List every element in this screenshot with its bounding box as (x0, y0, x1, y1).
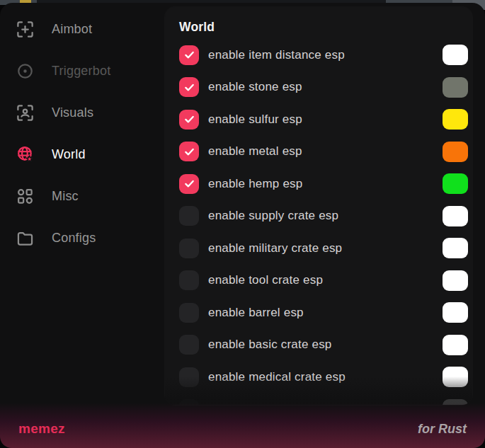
esp-checkbox[interactable] (179, 110, 199, 130)
sidebar-item-label: Visuals (52, 105, 93, 120)
esp-checkbox[interactable] (179, 239, 199, 258)
sidebar-item-misc[interactable]: Misc (16, 183, 165, 209)
esp-row-label: enable supply crate esp (208, 209, 338, 223)
page-title: World (179, 20, 468, 35)
esp-checkbox[interactable] (179, 270, 199, 290)
esp-color-swatch[interactable] (443, 302, 468, 323)
esp-checkbox[interactable] (179, 206, 199, 226)
esp-option-row: enable military crate esp (179, 232, 468, 265)
esp-color-swatch[interactable] (443, 335, 468, 355)
esp-row-label: enable military crate esp (208, 241, 342, 255)
esp-option-row: enable basic crate esp (179, 329, 468, 362)
esp-color-swatch[interactable] (443, 367, 468, 387)
sidebar-item-visuals[interactable]: Visuals (16, 99, 165, 126)
sidebar: Aimbot Triggerbot Visuals (0, 3, 165, 406)
aimbot-crosshair-icon (16, 20, 35, 39)
checkmark-icon (183, 145, 196, 159)
brand-name: memez (18, 421, 65, 437)
esp-row-label: enable sulfur esp (208, 113, 302, 127)
esp-row-label: enable basic crate esp (208, 338, 332, 352)
esp-row-label: enable barrel esp (208, 306, 304, 320)
esp-option-row: enable item distance esp (179, 39, 468, 71)
esp-checkbox[interactable] (179, 367, 199, 387)
sidebar-item-aimbot[interactable]: Aimbot (16, 16, 165, 42)
esp-row-label: enable tool crate esp (208, 273, 323, 287)
sidebar-item-label: World (52, 147, 86, 162)
esp-checkbox[interactable] (179, 303, 199, 323)
cheat-menu-window: Aimbot Triggerbot Visuals (0, 3, 485, 448)
esp-color-swatch[interactable] (443, 142, 468, 162)
esp-option-row: enable medical crate esp (179, 361, 468, 394)
esp-row-label: enable hemp esp (208, 177, 302, 191)
esp-option-row: enable supply crate esp (179, 200, 468, 233)
esp-checkbox[interactable] (179, 45, 199, 65)
esp-option-row: enable stone esp (179, 71, 468, 104)
footer-bar: memez for Rust (0, 403, 485, 448)
esp-color-swatch[interactable] (443, 45, 468, 65)
configs-folder-icon (16, 229, 35, 248)
esp-row-label: enable metal esp (208, 144, 302, 159)
esp-color-swatch[interactable] (443, 77, 468, 98)
sidebar-item-configs[interactable]: Configs (16, 224, 165, 251)
esp-option-row: enable sulfur esp (179, 103, 468, 136)
esp-row-label: enable stone esp (208, 80, 302, 94)
esp-option-row: enable tool crate esp (179, 265, 468, 297)
esp-color-swatch[interactable] (443, 109, 468, 130)
esp-row-label: enable medical crate esp (208, 370, 346, 384)
esp-checkbox[interactable] (179, 335, 199, 355)
esp-color-swatch[interactable] (443, 238, 468, 258)
esp-color-swatch[interactable] (443, 173, 468, 194)
sidebar-item-world[interactable]: World (16, 141, 165, 168)
misc-grid-icon (16, 187, 35, 206)
sidebar-item-triggerbot[interactable]: Triggerbot (16, 57, 165, 84)
esp-checkbox[interactable] (179, 77, 199, 97)
checkmark-icon (183, 81, 196, 94)
esp-checkbox[interactable] (179, 142, 199, 161)
esp-option-row: enable hemp esp (179, 168, 468, 200)
esp-color-swatch[interactable] (443, 270, 468, 291)
esp-options-list: enable item distance esp enable stone es… (179, 39, 468, 405)
esp-checkbox[interactable] (179, 174, 199, 194)
esp-row-label: enable item distance esp (208, 48, 345, 62)
esp-option-row: enable metal esp (179, 136, 468, 168)
checkmark-icon (183, 177, 196, 190)
product-tagline: for Rust (418, 422, 467, 437)
world-globe-icon (16, 145, 35, 164)
sidebar-item-label: Aimbot (52, 22, 92, 37)
visuals-person-scan-icon (16, 103, 35, 122)
triggerbot-circle-icon (16, 62, 35, 81)
checkmark-icon (183, 113, 196, 126)
world-settings-panel: World enable item distance esp enable st… (165, 7, 472, 405)
esp-color-swatch[interactable] (443, 206, 468, 226)
sidebar-item-label: Triggerbot (52, 64, 110, 79)
sidebar-item-label: Misc (52, 189, 79, 204)
esp-option-row: enable barrel esp (179, 297, 468, 329)
sidebar-item-label: Configs (52, 231, 96, 246)
checkmark-icon (183, 48, 196, 62)
